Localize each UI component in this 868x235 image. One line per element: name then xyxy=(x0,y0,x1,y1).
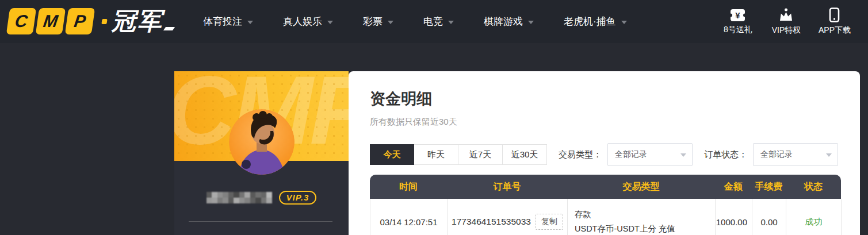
profile-sidebar: CMP xyxy=(174,71,349,235)
phone-icon xyxy=(829,7,840,22)
logo-letter-box: M xyxy=(36,8,66,34)
col-fee: 手续费 xyxy=(752,181,786,193)
logo-dot xyxy=(101,19,107,24)
chevron-down-icon xyxy=(247,21,253,24)
logo-letter-box: P xyxy=(65,8,95,34)
order-status-label: 订单状态： xyxy=(704,149,747,160)
page-title: 资金明细 xyxy=(370,88,860,109)
filter-toolbar: 今天 昨天 近7天 近30天 交易类型： 全部记录 订单状态： 全部记录 xyxy=(370,143,860,166)
app-download-link[interactable]: APP下载 xyxy=(819,7,851,36)
transaction-type-select[interactable]: 全部记录 xyxy=(607,143,693,166)
page-subtitle: 所有数据只保留近30天 xyxy=(370,117,860,128)
user-row: VIP.3 xyxy=(174,191,349,205)
sidebar-divider xyxy=(189,221,332,222)
main-nav: 体育投注 真人娱乐 彩票 电竞 棋牌游戏 老虎机·捕鱼 xyxy=(203,0,627,43)
nav-item-lottery[interactable]: 彩票 xyxy=(363,15,393,28)
col-order-no: 订单号 xyxy=(447,181,567,193)
avatar[interactable] xyxy=(229,109,295,175)
nav-item-esports[interactable]: 电竞 xyxy=(423,15,454,28)
chevron-down-icon xyxy=(680,153,686,157)
chevron-down-icon xyxy=(826,153,832,157)
nav-item-slots-fishing[interactable]: 老虎机·捕鱼 xyxy=(564,15,627,28)
cell-fee: 0.00 xyxy=(752,199,786,235)
username-blurred xyxy=(207,192,272,203)
nav-item-sports[interactable]: 体育投注 xyxy=(203,15,253,28)
chevron-down-icon xyxy=(448,21,454,24)
date-range-tabs: 今天 昨天 近7天 近30天 xyxy=(370,144,547,165)
logo-dash xyxy=(163,27,175,30)
vip-level-badge: VIP.3 xyxy=(279,191,317,205)
cell-type: 存款 USDT存币-USDT上分 充值 xyxy=(568,199,716,235)
logo-letter-box: C xyxy=(6,8,36,34)
chevron-down-icon xyxy=(528,21,534,24)
brand-name: 冠军 xyxy=(112,8,163,34)
gift-promo-link[interactable]: ¥ 8号送礼 xyxy=(722,9,754,35)
crown-icon xyxy=(778,8,794,22)
chevron-down-icon xyxy=(327,21,333,24)
cell-status: 成功 xyxy=(786,199,842,235)
chevron-down-icon xyxy=(388,21,393,24)
cell-order-no: 1773464151535033 复制 xyxy=(448,199,568,235)
nav-item-live-casino[interactable]: 真人娱乐 xyxy=(283,15,333,28)
funds-table: 时间 订单号 交易类型 金额 手续费 状态 03/14 12:07:51 177… xyxy=(370,175,841,235)
table-row: 03/14 12:07:51 1773464151535033 复制 存款 US… xyxy=(370,199,841,235)
vip-privileges-link[interactable]: VIP特权 xyxy=(770,8,802,36)
brand-logo[interactable]: C M P 冠军 xyxy=(8,8,174,34)
tab-last-30-days[interactable]: 近30天 xyxy=(503,144,547,165)
transaction-type-label: 交易类型： xyxy=(559,149,602,160)
col-type: 交易类型 xyxy=(567,181,715,193)
funds-panel: 资金明细 所有数据只保留近30天 今天 昨天 近7天 近30天 交易类型： 全部… xyxy=(349,71,860,235)
order-status-select[interactable]: 全部记录 xyxy=(753,143,838,166)
col-amount: 金额 xyxy=(715,181,752,193)
col-status: 状态 xyxy=(786,181,841,193)
nav-item-board-games[interactable]: 棋牌游戏 xyxy=(484,15,534,28)
table-header: 时间 订单号 交易类型 金额 手续费 状态 xyxy=(370,175,841,199)
tab-last-7-days[interactable]: 近7天 xyxy=(458,144,503,165)
col-time: 时间 xyxy=(370,181,447,193)
chevron-down-icon xyxy=(621,21,627,24)
quick-links: ¥ 8号送礼 VIP特权 APP下载 xyxy=(722,0,851,43)
cell-time: 03/14 12:07:51 xyxy=(370,199,448,235)
top-navbar: C M P 冠军 体育投注 真人娱乐 彩票 电竞 棋牌游戏 老虎机·捕鱼 xyxy=(0,0,868,43)
cell-amount: 1000.00 xyxy=(716,199,752,235)
tab-yesterday[interactable]: 昨天 xyxy=(414,144,458,165)
gift-voucher-icon: ¥ xyxy=(730,9,745,22)
copy-order-button[interactable]: 复制 xyxy=(536,214,563,230)
svg-text:¥: ¥ xyxy=(736,10,741,20)
tab-today[interactable]: 今天 xyxy=(370,144,414,165)
